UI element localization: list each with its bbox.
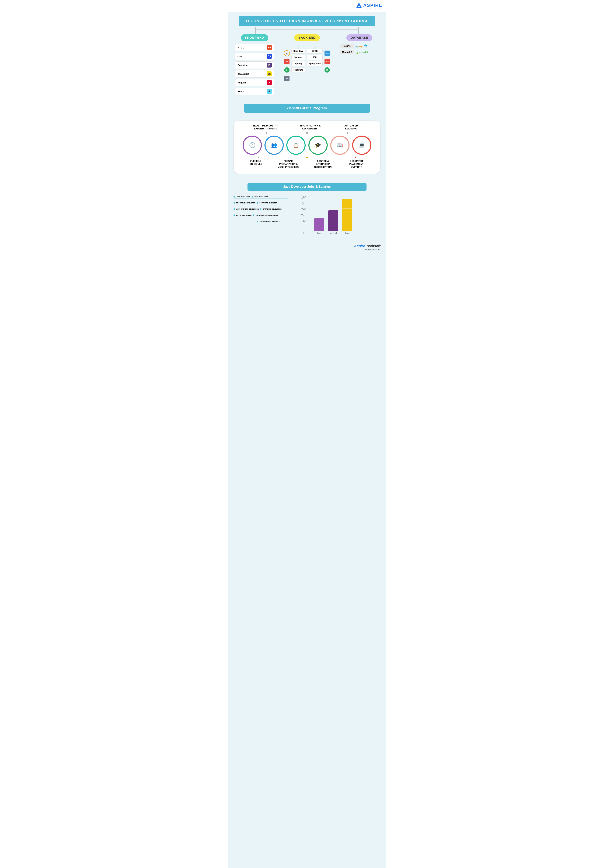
db-mysql-row: MySQL MySQL 🐬 xyxy=(340,44,379,48)
salary-chart: 45K 30K 15K 0 Junior xyxy=(307,194,381,236)
jobs-title: Java Developer Jobs & Salaries xyxy=(247,183,367,191)
career-dot-5 xyxy=(257,220,258,222)
career-line-4 xyxy=(233,217,288,217)
career-row-5: JAVA PROJECT MANAGER xyxy=(233,220,303,222)
conn-h-3 xyxy=(306,145,308,146)
career-software: SOFTWARE ENGINEER xyxy=(260,202,277,204)
benefit-label-resume: RESUME PREPARATION & MOCK INTERVIEWS xyxy=(277,160,300,169)
tech-section-title: TECHNOLOGIES TO LEARN IN JAVA DEVELOPMEN… xyxy=(239,16,375,26)
tech-section: TECHNOLOGIES TO LEARN IN JAVA DEVELOPMEN… xyxy=(228,12,386,100)
jobs-section: Java Developer Jobs & Salaries JAVA DEVE… xyxy=(228,179,386,242)
java-logo: ☕ xyxy=(284,50,290,56)
circle-trainers: 👥 xyxy=(264,136,284,155)
circle-resume: 📋 xyxy=(286,136,306,155)
y-0: 0 xyxy=(303,232,306,234)
career-dot-2a xyxy=(233,202,235,204)
svg-text:A: A xyxy=(358,5,360,8)
benefits-wrapper: Benefits of the Program REAL-TIME INDUST… xyxy=(233,104,381,174)
benefits-container: REAL-TIME INDUSTRY EXPERTS TRAINERS PRAC… xyxy=(233,121,381,174)
tech-item-css: CSS C3 xyxy=(235,53,274,60)
career-line-1 xyxy=(233,198,288,199)
tech-item-angular: Angular A xyxy=(235,79,274,86)
logo: A ASPIRE TECHSOFT xyxy=(356,2,382,10)
career-row-4: DEVOPS ENGINEER JAVA FULL STACK ARCHITEC… xyxy=(233,214,303,217)
career-database: DATABASE DEVELOPER xyxy=(263,208,281,210)
angular-icon: A xyxy=(267,80,272,85)
benefits-circles: 🕐 👥 📋 xyxy=(239,134,375,157)
circle-wrap-5: 📖 xyxy=(330,136,350,155)
benefit-label-course: COURSE & INTERNSHIP CERTIFICATION xyxy=(312,160,333,169)
dot-2 xyxy=(306,132,308,134)
db-mongodb: MongoDB xyxy=(340,50,354,54)
career-dot-4a xyxy=(233,214,235,216)
circle-cert: 📖 xyxy=(330,136,350,155)
career-devops: DEVOPS ENGINEER xyxy=(236,214,252,216)
career-java-dev: JAVA DEVELOPER xyxy=(236,196,250,198)
circle-wrap-2: 👥 xyxy=(264,136,284,155)
backend-logos-left: ☕ JSP ⚙ HIB xyxy=(284,49,290,82)
jdbc-logo: JDBC xyxy=(324,50,330,56)
footer: Aspire Techsoft www.aspireit.net xyxy=(228,242,386,253)
backend-jsp: JSP xyxy=(307,55,323,60)
bar-junior: Junior xyxy=(314,218,324,234)
circle-placement: 💻 xyxy=(352,136,372,155)
footer-brand-aspire: Aspire xyxy=(354,244,366,248)
career-line-2 xyxy=(233,205,288,205)
benefits-section: Benefits of the Program REAL-TIME INDUST… xyxy=(228,100,386,179)
footer-brand-techsoft: Techsoft xyxy=(366,244,381,248)
conn-h-1 xyxy=(262,145,264,146)
conn-h-5 xyxy=(350,145,352,146)
backend-v-top xyxy=(307,43,307,46)
tech-item-bootstrap: Bootstrap B xyxy=(235,61,274,69)
react-icon: ⚛ xyxy=(267,89,272,94)
career-tree: JAVA DEVELOPER WEB DEVELOPER FRONTEND DE… xyxy=(233,194,303,227)
chart-area: 45K 30K 15K 0 Junior xyxy=(309,196,379,234)
database-items: MySQL MySQL 🐬 MongoDB 🍃 mongoDB xyxy=(338,44,381,54)
h-line xyxy=(255,29,359,30)
benefits-title: Benefits of the Program xyxy=(244,104,370,113)
spring-logo: ⚙ xyxy=(284,67,290,73)
dot-b1 xyxy=(258,157,260,158)
career-fullstack: JAVA FULL STACK ARCHITECT xyxy=(256,214,279,216)
tree-connector xyxy=(233,26,381,30)
b-branch-1 xyxy=(298,46,298,49)
database-label: DATABASE xyxy=(347,34,372,41)
career-dot-4b xyxy=(253,214,254,216)
branch-center xyxy=(307,30,307,34)
bar-mid-rect xyxy=(328,210,338,231)
backend-core-java: Core Java xyxy=(291,49,305,54)
hibernate-logo: HIB xyxy=(284,75,290,82)
career-dot-1b xyxy=(252,196,253,197)
career-dot-3a xyxy=(233,208,235,210)
jobs-content: JAVA DEVELOPER WEB DEVELOPER FRONTEND DE… xyxy=(233,194,381,236)
js-icon: JS xyxy=(267,71,272,76)
dot-3 xyxy=(347,132,348,134)
bar-midlevel: Mid-level xyxy=(328,210,338,234)
y-15k: 15K xyxy=(303,220,306,222)
frontend-label: FRONT END xyxy=(241,34,268,41)
svg-text:☕: ☕ xyxy=(286,52,288,55)
branch-lines xyxy=(255,30,359,34)
circle-wrap-6: 💻 xyxy=(352,136,372,155)
tech-item-html: HTML H5 xyxy=(235,44,274,51)
mysql-logo-text: MySQL 🐬 xyxy=(356,44,368,48)
career-row-2: FRONTEND DEVELOPER SOFTWARE ENGINEER xyxy=(233,202,303,205)
y-45k: 45K xyxy=(303,196,306,198)
career-web-dev: WEB DEVELOPER xyxy=(255,196,268,198)
bar-senior-rect xyxy=(342,199,352,231)
backend-category: BACK END ☕ xyxy=(277,34,337,82)
servlet-logo: JSP xyxy=(284,59,290,65)
conn-h-2 xyxy=(284,145,286,146)
career-row-3: JAVA BACKEND DEVELOPER DATABASE DEVELOPE… xyxy=(233,208,303,211)
y-axis: 45K 30K 15K 0 xyxy=(303,196,306,234)
y-30k: 30K xyxy=(303,208,306,210)
backend-branches xyxy=(289,46,325,49)
tech-item-react: React ⚛ xyxy=(235,88,274,95)
circle-wrap-1: 🕐 xyxy=(242,136,262,155)
benefits-bottom-dots xyxy=(239,157,375,158)
circle-wrap-4: 🎓 xyxy=(308,136,328,155)
career-backend: JAVA BACKEND DEVELOPER xyxy=(236,208,259,210)
career-row-1: JAVA DEVELOPER WEB DEVELOPER xyxy=(233,196,303,199)
benefit-label-app: APP-BASED LEARNING xyxy=(340,124,362,130)
css-icon: C3 xyxy=(267,54,272,59)
